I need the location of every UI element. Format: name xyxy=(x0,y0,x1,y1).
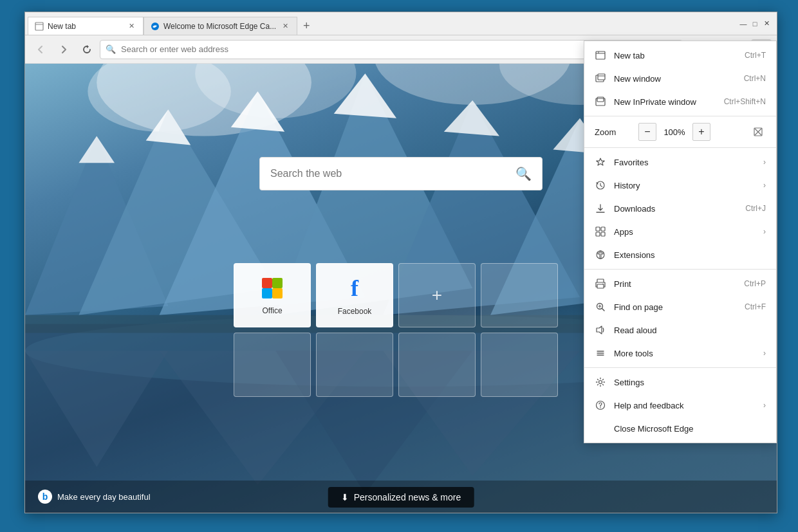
menu-apps-label: Apps xyxy=(614,227,756,237)
refresh-button[interactable] xyxy=(77,39,97,60)
zoom-expand-button[interactable] xyxy=(750,124,766,140)
menu-item-more-tools[interactable]: More tools › xyxy=(584,342,776,365)
help-arrow-icon: › xyxy=(763,401,766,410)
zoom-label: Zoom xyxy=(595,127,633,137)
menu-item-print[interactable]: Print Ctrl+P xyxy=(584,272,776,295)
tab-welcome-title: Welcome to Microsoft Edge Ca... xyxy=(163,22,276,31)
menu-inprivate-label: New InPrivate window xyxy=(614,97,716,107)
menu-divider-2 xyxy=(584,147,776,148)
maximize-button[interactable]: □ xyxy=(750,19,760,29)
news-download-icon: ⬇ xyxy=(341,492,349,502)
menu-downloads-label: Downloads xyxy=(614,204,738,214)
svg-rect-23 xyxy=(601,232,605,236)
facebook-icon: f xyxy=(351,275,358,302)
tab-newtab[interactable]: New tab ✕ xyxy=(28,17,144,35)
menu-inprivate-shortcut: Ctrl+Shift+N xyxy=(724,97,766,106)
find-menu-icon xyxy=(595,301,606,313)
zoom-minus-button[interactable]: − xyxy=(638,123,656,141)
speed-dial-empty-5[interactable] xyxy=(481,333,558,397)
menu-print-label: Print xyxy=(614,279,736,289)
speed-dial-facebook[interactable]: f Facebook xyxy=(316,263,393,327)
settings-menu-icon xyxy=(595,376,606,388)
svg-rect-63 xyxy=(272,288,283,298)
menu-item-favorites[interactable]: Favorites › xyxy=(584,151,776,174)
menu-item-extensions[interactable]: Extensions xyxy=(584,243,776,266)
svg-rect-10 xyxy=(596,51,605,59)
menu-more-tools-label: More tools xyxy=(614,349,756,358)
speed-dial-empty-1[interactable] xyxy=(481,263,558,327)
forward-button[interactable] xyxy=(53,39,74,60)
speed-dial-empty-3[interactable] xyxy=(316,333,393,397)
read-aloud-menu-icon xyxy=(595,324,606,336)
close-button[interactable]: ✕ xyxy=(761,19,772,29)
speed-dial-add[interactable]: + xyxy=(398,263,476,327)
menu-print-shortcut: Ctrl+P xyxy=(744,279,766,288)
svg-marker-46 xyxy=(79,136,115,163)
speed-dial-empty-2[interactable] xyxy=(234,333,311,397)
personalized-news-button[interactable]: ⬇ Personalized news & more xyxy=(328,487,474,508)
menu-item-help[interactable]: Help and feedback › xyxy=(584,394,776,417)
title-bar: New tab ✕ Welcome to Microsoft Edge Ca..… xyxy=(25,12,777,35)
search-box[interactable]: 🔍 xyxy=(259,157,543,190)
inprivate-icon xyxy=(595,96,606,107)
history-menu-icon xyxy=(595,179,606,191)
bottom-bar: b Make every day beautiful ⬇ Personalize… xyxy=(25,481,777,513)
apps-arrow-icon: › xyxy=(763,227,766,236)
navigation-bar: 🔍 xyxy=(25,35,777,64)
zoom-value-display: 100% xyxy=(662,127,687,137)
svg-rect-62 xyxy=(262,288,272,298)
more-tools-menu-icon xyxy=(595,347,606,359)
back-button[interactable] xyxy=(30,39,51,60)
svg-rect-60 xyxy=(262,278,272,288)
svg-point-30 xyxy=(599,381,602,384)
svg-line-29 xyxy=(602,309,605,311)
new-tab-button[interactable]: + xyxy=(297,17,315,35)
print-menu-icon xyxy=(595,278,606,289)
menu-extensions-label: Extensions xyxy=(614,250,766,260)
history-arrow-icon: › xyxy=(763,181,766,190)
favorites-menu-icon xyxy=(595,156,606,168)
menu-item-new-window[interactable]: New window Ctrl+N xyxy=(584,67,776,90)
svg-point-27 xyxy=(602,284,604,285)
address-search-icon: 🔍 xyxy=(106,44,116,54)
speed-dial-office-label: Office xyxy=(262,306,282,315)
speed-dial-office[interactable]: Office xyxy=(234,263,311,327)
search-input[interactable] xyxy=(270,168,509,179)
menu-settings-label: Settings xyxy=(614,378,766,387)
minimize-button[interactable]: — xyxy=(738,19,748,29)
menu-item-settings[interactable]: Settings xyxy=(584,371,776,394)
menu-item-inprivate[interactable]: New InPrivate window Ctrl+Shift+N xyxy=(584,90,776,113)
close-edge-menu-icon xyxy=(595,423,606,434)
menu-find-label: Find on page xyxy=(614,302,737,312)
menu-item-apps[interactable]: Apps › xyxy=(584,220,776,243)
menu-new-tab-shortcut: Ctrl+T xyxy=(745,51,766,60)
menu-item-find[interactable]: Find on page Ctrl+F xyxy=(584,295,776,318)
menu-item-read-aloud[interactable]: Read aloud xyxy=(584,318,776,342)
bing-icon: b xyxy=(38,490,52,504)
search-container: 🔍 xyxy=(259,157,543,190)
bing-tagline: Make every day beautiful xyxy=(57,492,151,502)
zoom-row: Zoom − 100% + xyxy=(584,119,776,145)
tab-edge-icon xyxy=(151,22,160,31)
help-menu-icon xyxy=(595,399,606,411)
svg-rect-16 xyxy=(597,97,604,102)
speed-dial-empty-4[interactable] xyxy=(398,333,476,397)
search-submit-icon[interactable]: 🔍 xyxy=(515,166,532,181)
tab-newtab-close[interactable]: ✕ xyxy=(126,21,136,32)
zoom-plus-button[interactable]: + xyxy=(692,123,710,141)
svg-rect-21 xyxy=(601,227,605,231)
menu-read-aloud-label: Read aloud xyxy=(614,326,766,335)
menu-item-new-tab[interactable]: New tab Ctrl+T xyxy=(584,44,776,67)
menu-history-label: History xyxy=(614,181,756,190)
svg-marker-50 xyxy=(444,100,499,136)
menu-item-history[interactable]: History › xyxy=(584,174,776,197)
apps-menu-icon xyxy=(595,226,606,237)
tab-welcome-close[interactable]: ✕ xyxy=(280,21,290,32)
tab-newtab-title: New tab xyxy=(48,22,122,31)
menu-downloads-shortcut: Ctrl+J xyxy=(745,204,766,213)
menu-item-downloads[interactable]: Downloads Ctrl+J xyxy=(584,197,776,220)
menu-item-close-edge[interactable]: Close Microsoft Edge xyxy=(584,417,776,440)
menu-favorites-label: Favorites xyxy=(614,158,756,167)
news-btn-label: Personalized news & more xyxy=(354,492,461,502)
tab-welcome[interactable]: Welcome to Microsoft Edge Ca... ✕ xyxy=(144,17,297,35)
